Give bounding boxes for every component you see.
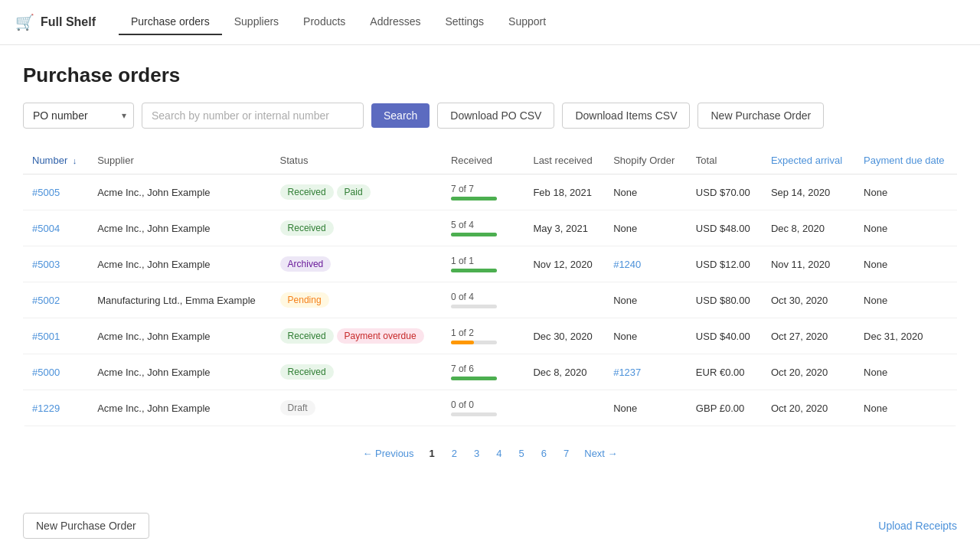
order-number-link[interactable]: #5005 [32, 187, 60, 198]
order-number-link[interactable]: #5001 [32, 331, 60, 342]
cell-received: 1 of 2 [442, 318, 524, 354]
main-content: Purchase orders PO number Internal numbe… [0, 45, 980, 500]
shopify-order-link[interactable]: #1240 [613, 259, 641, 270]
search-input[interactable] [142, 103, 364, 129]
status-badge: Paid [337, 184, 371, 200]
col-expected-arrival[interactable]: Expected arrival [762, 147, 854, 174]
table-row: #5003Acme Inc., John ExampleArchived1 of… [23, 246, 957, 282]
page-3-link[interactable]: 3 [468, 445, 485, 462]
cell-number: #1229 [23, 390, 88, 426]
col-payment-due-date[interactable]: Payment due date [854, 147, 957, 174]
cell-expected-arrival: Oct 20, 2020 [762, 390, 854, 426]
table-body: #5005Acme Inc., John ExampleReceivedPaid… [23, 174, 957, 426]
cell-supplier: Acme Inc., John Example [88, 318, 270, 354]
cell-status: Pending [271, 282, 442, 318]
page-2-link[interactable]: 2 [446, 445, 463, 462]
page-title: Purchase orders [23, 64, 957, 87]
nav-item-suppliers[interactable]: Suppliers [222, 9, 291, 35]
progress-bar-bg [451, 377, 497, 380]
status-badge: Received [280, 220, 334, 236]
order-number-link[interactable]: #1229 [32, 403, 60, 414]
cell-expected-arrival: Nov 11, 2020 [762, 246, 854, 282]
cell-supplier: Acme Inc., John Example [88, 174, 270, 210]
cell-expected-arrival: Sep 14, 2020 [762, 174, 854, 210]
col-received: Received [442, 147, 524, 174]
table-row: #5001Acme Inc., John ExampleReceivedPaym… [23, 318, 957, 354]
download-po-csv-button[interactable]: Download PO CSV [437, 103, 554, 129]
new-purchase-order-footer-button[interactable]: New Purchase Order [23, 513, 149, 539]
cell-status: Received [271, 210, 442, 246]
nav-item-support[interactable]: Support [496, 9, 558, 35]
received-label: 0 of 4 [451, 292, 474, 302]
next-page-button[interactable]: Next → [580, 445, 622, 462]
shopify-order-link[interactable]: #1237 [613, 367, 641, 378]
received-label: 0 of 0 [451, 399, 474, 410]
col-last-received: Last received [524, 147, 604, 174]
cell-last-received: Dec 8, 2020 [524, 354, 604, 390]
table-row: #5005Acme Inc., John ExampleReceivedPaid… [23, 174, 957, 210]
cell-last-received [524, 282, 604, 318]
cell-received: 5 of 4 [442, 210, 524, 246]
page-1-link[interactable]: 1 [423, 445, 441, 462]
cell-expected-arrival: Oct 30, 2020 [762, 282, 854, 318]
cell-last-received [524, 390, 604, 426]
cell-expected-arrival: Oct 20, 2020 [762, 354, 854, 390]
received-label: 5 of 4 [451, 220, 474, 230]
new-purchase-order-toolbar-button[interactable]: New Purchase Order [697, 103, 824, 129]
table-header-row: Number ↓ Supplier Status Received Last r… [23, 147, 957, 174]
nav-item-addresses[interactable]: Addresses [358, 9, 433, 35]
progress-bar-fill [451, 197, 497, 201]
cell-last-received: Dec 30, 2020 [524, 318, 604, 354]
received-label: 1 of 2 [451, 328, 474, 338]
download-items-csv-button[interactable]: Download Items CSV [562, 103, 690, 129]
cell-received: 0 of 4 [442, 282, 524, 318]
upload-receipts-link[interactable]: Upload Receipts [878, 520, 957, 532]
cell-total: GBP £0.00 [687, 390, 762, 426]
status-badge: Received [280, 328, 334, 344]
progress-bar-bg [451, 305, 497, 308]
cell-last-received: Nov 12, 2020 [524, 246, 604, 282]
cell-shopify-order: #1237 [604, 354, 687, 390]
order-number-link[interactable]: #5002 [32, 295, 60, 306]
order-number-link[interactable]: #5004 [32, 223, 60, 234]
cell-payment-due-date: None [854, 390, 957, 426]
cell-supplier: Acme Inc., John Example [88, 246, 270, 282]
cell-number: #5004 [23, 210, 88, 246]
logo-area: 🛒 Full Shelf [15, 13, 96, 31]
cell-total: EUR €0.00 [687, 354, 762, 390]
progress-bar-bg [451, 197, 497, 201]
cell-payment-due-date: None [854, 174, 957, 210]
orders-table-wrapper: Number ↓ Supplier Status Received Last r… [23, 147, 957, 426]
po-type-select[interactable]: PO number Internal number [23, 103, 134, 129]
search-button[interactable]: Search [371, 103, 430, 128]
page-5-link[interactable]: 5 [513, 445, 531, 462]
page-4-link[interactable]: 4 [490, 445, 508, 462]
status-badge: Received [280, 184, 334, 200]
cell-shopify-order: None [604, 174, 687, 210]
progress-bar-fill [451, 341, 474, 344]
cell-total: USD $80.00 [687, 282, 762, 318]
col-number[interactable]: Number ↓ [23, 147, 88, 174]
nav-item-purchase-orders[interactable]: Purchase orders [119, 9, 222, 35]
orders-table: Number ↓ Supplier Status Received Last r… [23, 147, 957, 426]
nav-item-settings[interactable]: Settings [433, 9, 497, 35]
cell-shopify-order: #1240 [604, 246, 687, 282]
order-number-link[interactable]: #5003 [32, 259, 60, 270]
nav-item-products[interactable]: Products [291, 9, 358, 35]
cell-expected-arrival: Oct 27, 2020 [762, 318, 854, 354]
received-label: 7 of 7 [451, 184, 474, 194]
logo-text: Full Shelf [41, 15, 96, 29]
cell-payment-due-date: None [854, 354, 957, 390]
cell-expected-arrival: Dec 8, 2020 [762, 210, 854, 246]
pagination: ← Previous 1 2 3 4 5 6 7 Next → [23, 445, 957, 462]
cell-total: USD $48.00 [687, 210, 762, 246]
page-6-link[interactable]: 6 [535, 445, 553, 462]
progress-bar-fill [451, 233, 497, 236]
col-supplier: Supplier [88, 147, 270, 174]
table-row: #5004Acme Inc., John ExampleReceived5 of… [23, 210, 957, 246]
prev-page-button[interactable]: ← Previous [358, 445, 418, 462]
cell-number: #5002 [23, 282, 88, 318]
order-number-link[interactable]: #5000 [32, 367, 60, 378]
page-7-link[interactable]: 7 [557, 445, 575, 462]
main-nav: Purchase orders Suppliers Products Addre… [119, 9, 558, 35]
